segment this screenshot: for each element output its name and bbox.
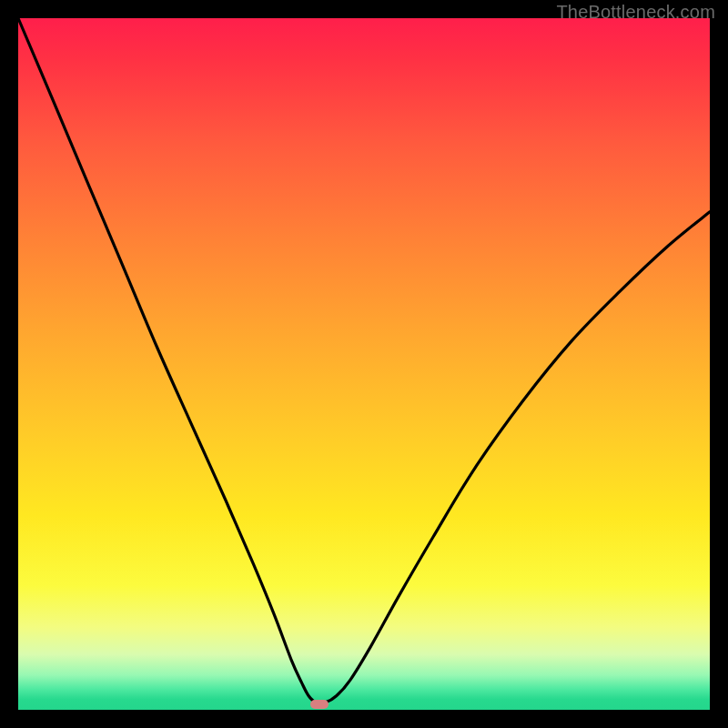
bottleneck-curve — [18, 18, 710, 703]
watermark-text: TheBottleneck.com — [556, 2, 715, 23]
curve-svg — [18, 18, 710, 710]
chart-frame: TheBottleneck.com — [0, 0, 728, 728]
optimal-marker — [310, 700, 329, 709]
plot-area — [18, 18, 710, 710]
